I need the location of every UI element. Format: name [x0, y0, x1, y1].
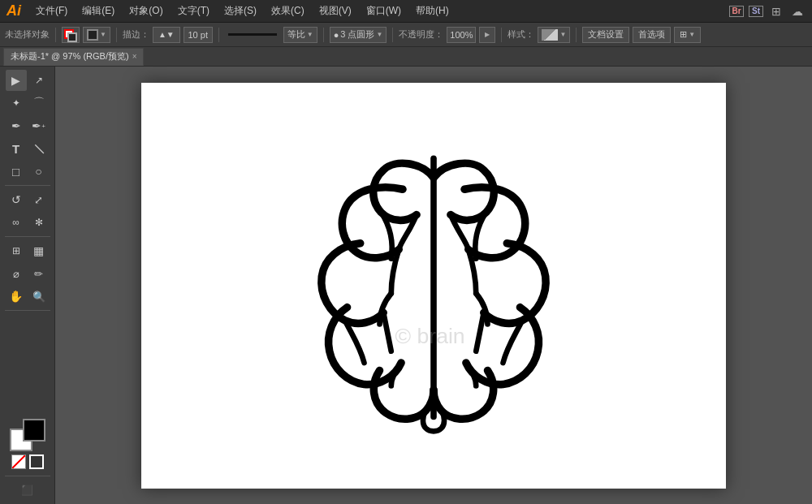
stroke-fill-btn[interactable]: [62, 27, 80, 43]
rotate-tool[interactable]: ↺: [6, 189, 27, 210]
menu-right-icons: Br St ⊞ ☁: [729, 3, 806, 19]
menu-file[interactable]: 文件(F): [29, 2, 74, 19]
tool-row-7: ∞ ✻: [6, 212, 50, 233]
tool-row-1: ▶ ↗: [6, 70, 50, 91]
opacity-arrow[interactable]: ▶: [479, 27, 495, 43]
color-area: [6, 416, 49, 472]
menu-effect[interactable]: 效果(C): [265, 2, 311, 19]
svg-text:© brain: © brain: [395, 324, 465, 348]
menu-view[interactable]: 视图(V): [313, 2, 358, 19]
lasso-tool[interactable]: ⌒: [28, 93, 50, 114]
menu-bar: Ai 文件(F) 编辑(E) 对象(O) 文字(T) 选择(S) 效果(C) 视…: [0, 0, 812, 23]
brush-label: 3 点圆形: [340, 28, 374, 41]
tool-row-6: ↺ ⤢: [6, 189, 50, 210]
screen-mode-btn[interactable]: ⬛: [17, 480, 38, 501]
grid-icon[interactable]: ⊞: [768, 3, 784, 19]
style-label: 样式：: [508, 28, 534, 41]
menu-select[interactable]: 选择(S): [218, 2, 263, 19]
stroke-style-label: 等比: [287, 28, 305, 41]
menu-edit[interactable]: 编辑(E): [76, 2, 121, 19]
extra-swatches: [11, 454, 44, 469]
tool-row-4: T |: [6, 138, 50, 159]
weight-value[interactable]: 10 pt: [184, 27, 213, 43]
pencil-tool[interactable]: ✏: [28, 263, 50, 284]
tool-row-3: ✒ ✒+: [6, 115, 50, 136]
fill-none-swatch[interactable]: [11, 454, 26, 469]
stroke-label: 描边：: [123, 28, 149, 41]
type-tool[interactable]: T: [6, 138, 27, 159]
left-toolbar: ▶ ↗ ✦ ⌒ ✒ ✒+ T | □ ○ ↺ ⤢ ∞ ✻ ⊞: [0, 67, 55, 504]
column-chart-tool[interactable]: ▦: [28, 240, 50, 261]
tool-row-9: ⌀ ✏: [6, 263, 50, 284]
toolbar: 未选择对象 ▼ 描边： ▲▼ 10 pt 等比 ▼ ● 3 点圆形 ▼ 不透明度…: [0, 23, 812, 47]
tab-title: 未标题-1* @ 97% (RGB/预览): [11, 50, 129, 62]
ellipse-tool[interactable]: ○: [28, 161, 50, 182]
symbol-tool[interactable]: ✻: [28, 212, 50, 233]
direct-selection-tool[interactable]: ↗: [28, 70, 50, 91]
hand-tool[interactable]: ✋: [6, 286, 27, 307]
paintbrush-tool[interactable]: ⌀: [6, 263, 27, 284]
line-tool[interactable]: |: [24, 134, 54, 164]
workspace-btn[interactable]: ⊞▼: [674, 27, 701, 43]
tool-row-5: □ ○: [6, 161, 50, 182]
menu-type[interactable]: 文字(T): [171, 2, 216, 19]
stroke-line-preview: [228, 33, 277, 36]
selection-tool[interactable]: ▶: [6, 70, 27, 91]
zoom-tool[interactable]: 🔍: [28, 286, 50, 307]
app-logo: Ai: [6, 2, 21, 19]
graph-tool[interactable]: ⊞: [6, 240, 27, 261]
artboard: © brain: [141, 83, 726, 489]
brain-illustration: © brain: [279, 115, 588, 456]
foreground-color-swatch[interactable]: [23, 419, 45, 442]
selection-label: 未选择对象: [5, 28, 50, 41]
cloud-icon[interactable]: ☁: [789, 3, 806, 19]
stroke-style-dropdown[interactable]: 等比 ▼: [283, 27, 317, 43]
tool-row-screen: ⬛: [17, 480, 38, 501]
menu-window[interactable]: 窗口(W): [360, 2, 408, 19]
opacity-value[interactable]: 100%: [447, 27, 476, 43]
document-tab[interactable]: 未标题-1* @ 97% (RGB/预览) ×: [3, 48, 144, 66]
opacity-label: 不透明度：: [399, 28, 443, 41]
color-swatches[interactable]: [10, 419, 45, 451]
weight-spinner[interactable]: ▲▼: [153, 27, 180, 43]
menu-object[interactable]: 对象(O): [123, 2, 169, 19]
canvas-area[interactable]: © brain: [55, 67, 812, 504]
fill-dropdown[interactable]: ▼: [83, 27, 110, 43]
style-dropdown[interactable]: ▼: [538, 27, 570, 43]
tab-bar: 未标题-1* @ 97% (RGB/预览) ×: [0, 47, 812, 67]
scale-tool[interactable]: ⤢: [28, 189, 50, 210]
magic-wand-tool[interactable]: ✦: [6, 93, 27, 114]
doc-settings-btn[interactable]: 文档设置: [582, 27, 629, 43]
bridge-icon[interactable]: Br: [729, 6, 744, 17]
tab-close-btn[interactable]: ×: [132, 52, 137, 61]
tool-row-2: ✦ ⌒: [6, 93, 50, 114]
tool-row-10: ✋ 🔍: [6, 286, 50, 307]
stock-icon[interactable]: St: [749, 6, 763, 17]
tool-row-8: ⊞ ▦: [6, 240, 50, 261]
preferences-btn[interactable]: 首选项: [633, 27, 671, 43]
stroke-swatch[interactable]: [29, 454, 44, 469]
pen-tool[interactable]: ✒: [6, 115, 27, 136]
brush-dropdown[interactable]: ● 3 点圆形 ▼: [330, 27, 387, 43]
blend-tool[interactable]: ∞: [6, 212, 27, 233]
rect-tool[interactable]: □: [6, 161, 27, 182]
main-layout: ▶ ↗ ✦ ⌒ ✒ ✒+ T | □ ○ ↺ ⤢ ∞ ✻ ⊞: [0, 67, 812, 504]
menu-help[interactable]: 帮助(H): [409, 2, 456, 19]
